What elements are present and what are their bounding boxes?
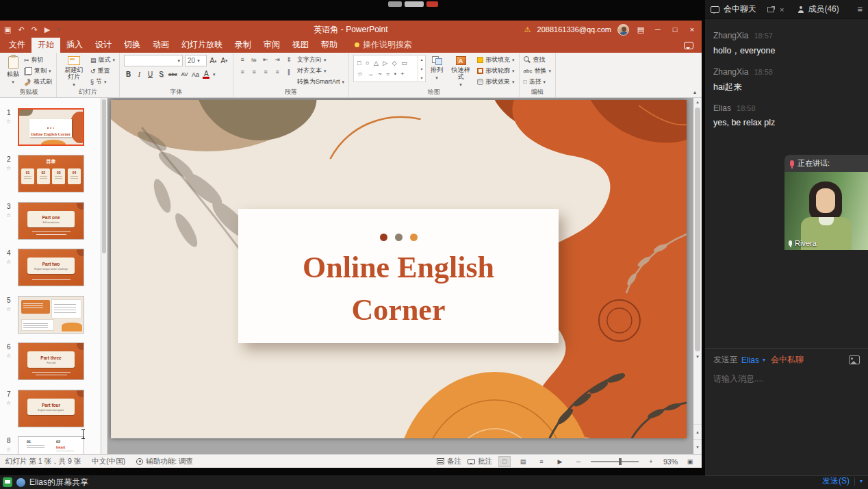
private-chat-label[interactable]: 会中私聊 xyxy=(771,354,804,366)
numbering-button[interactable]: № xyxy=(249,55,259,64)
undo-icon[interactable]: ↶ xyxy=(18,25,24,34)
strikethrough-button[interactable]: abc xyxy=(168,69,178,79)
convert-smartart-button[interactable]: 转换为SmartArt▾ xyxy=(297,77,344,87)
scroll-up-icon[interactable]: ▴ xyxy=(693,99,702,105)
recipient-caret-icon[interactable]: ▾ xyxy=(763,357,765,363)
speaker-video-tile[interactable]: Rivera xyxy=(784,172,868,250)
save-icon[interactable]: ▣ xyxy=(4,25,11,34)
columns-button[interactable]: ∥ xyxy=(284,67,294,77)
font-name-combo[interactable]: ▾ xyxy=(124,55,183,66)
slideshow-view-button[interactable]: ▶ xyxy=(554,456,566,467)
send-button[interactable]: 发送(S) xyxy=(822,475,850,487)
popout-icon[interactable] xyxy=(767,7,774,12)
bold-button[interactable]: B xyxy=(124,69,133,79)
slide-thumbnail-5[interactable]: 5 ☆ xyxy=(0,296,101,336)
scroll-down-icon[interactable]: ▾ xyxy=(693,354,702,360)
font-color-button[interactable]: A xyxy=(202,69,211,79)
slide-thumbnail-4[interactable]: 4 ☆ Part two English tongue twister chal… xyxy=(0,249,101,288)
underline-button[interactable]: U xyxy=(146,69,155,79)
slide-thumbnail-2[interactable]: 2 ☆ 目录 01 02 03 04 xyxy=(0,155,101,195)
account-email[interactable]: 2088161336@qq.com xyxy=(537,25,611,34)
slide-thumbnail-6[interactable]: 6 ☆ Part three Free talk xyxy=(0,342,101,382)
slide-thumbnail-7[interactable]: 7 ☆ Part four English word chain game xyxy=(0,390,101,429)
customize-qat-icon[interactable]: ▾ xyxy=(57,27,60,32)
justify-button[interactable]: ≡ xyxy=(272,67,282,77)
reading-view-button[interactable]: ≡ xyxy=(535,456,548,467)
grow-font-button[interactable]: A▴ xyxy=(209,55,218,66)
canvas-scrollbar[interactable]: ▴ ▾ ▲ ▼ xyxy=(693,98,702,454)
notes-button[interactable]: 备注 xyxy=(437,457,461,466)
select-button[interactable]: □选择▾ xyxy=(524,77,551,87)
ribbon-display-options-icon[interactable]: ▤ xyxy=(635,25,646,34)
font-color-caret[interactable]: ▾ xyxy=(213,72,216,77)
background-window-tab[interactable] xyxy=(388,1,402,7)
account-avatar[interactable] xyxy=(617,24,629,36)
slide-thumbnail-1[interactable]: 1 ☆ Online English Corner xyxy=(0,108,101,148)
align-center-button[interactable]: ≡ xyxy=(249,67,259,77)
tab-home[interactable]: 开始 xyxy=(31,38,60,53)
bullets-button[interactable]: ≡ xyxy=(238,55,247,64)
canvas-scrollbar-thumb[interactable] xyxy=(695,108,700,351)
copy-button[interactable]: 复制▾ xyxy=(24,66,52,76)
next-slide-button[interactable]: ▼ xyxy=(693,439,702,454)
comments-icon[interactable] xyxy=(684,42,693,49)
increase-indent-button[interactable]: ⇥ xyxy=(272,55,282,64)
screen-share-icon[interactable] xyxy=(3,477,12,487)
slide-sorter-view-button[interactable]: ▤ xyxy=(517,456,529,467)
tab-animations[interactable]: 动画 xyxy=(146,38,175,53)
font-size-combo[interactable]: 20▾ xyxy=(185,55,207,66)
tab-file[interactable]: 文件 xyxy=(3,38,31,53)
decrease-indent-button[interactable]: ⇤ xyxy=(261,55,270,64)
text-direction-button[interactable]: 文字方向▾ xyxy=(297,55,344,65)
background-window-tab[interactable] xyxy=(426,1,438,7)
tab-design[interactable]: 设计 xyxy=(89,38,118,53)
align-text-button[interactable]: 对齐文本▾ xyxy=(297,66,344,76)
collapse-ribbon-icon[interactable]: ▴ xyxy=(693,89,696,95)
tab-record[interactable]: 录制 xyxy=(229,38,257,53)
shapes-gallery-scroll[interactable]: ▴ ▾ ▾ xyxy=(418,55,425,82)
language-indicator[interactable]: 中文(中国) xyxy=(92,457,125,466)
quick-styles-button[interactable]: A 快速样式 ▾ xyxy=(448,55,474,90)
slide-thumbnail-8[interactable]: 8 ☆ 01 02 heart xyxy=(0,436,101,454)
layout-button[interactable]: ▤版式▾ xyxy=(90,55,115,65)
message-input[interactable]: 请输入消息.... xyxy=(713,373,860,385)
italic-button[interactable]: I xyxy=(135,69,144,79)
find-button[interactable]: 查找 xyxy=(524,55,551,65)
slide-title-card[interactable]: Online English Corner xyxy=(238,209,559,343)
redo-icon[interactable]: ↷ xyxy=(31,25,38,34)
replace-button[interactable]: abc替换▾ xyxy=(524,66,551,76)
zoom-slider-thumb[interactable] xyxy=(619,458,622,465)
tab-help[interactable]: 帮助 xyxy=(315,38,344,53)
paste-button[interactable]: 粘贴 ▾ xyxy=(5,55,21,87)
shape-outline-button[interactable]: 形状轮廓▾ xyxy=(477,66,515,76)
change-case-button[interactable]: Aa xyxy=(191,69,200,79)
comments-button[interactable]: 批注 xyxy=(468,457,492,466)
zoom-out-button[interactable]: ─ xyxy=(572,456,585,467)
zoom-level[interactable]: 93% xyxy=(663,457,678,466)
shape-effects-button[interactable]: 形状效果▾ xyxy=(477,77,515,87)
minimize-button[interactable]: ─ xyxy=(652,25,663,34)
arrange-button[interactable]: 排列 ▾ xyxy=(429,55,444,83)
zoom-slider[interactable] xyxy=(591,461,639,462)
tab-review[interactable]: 审阅 xyxy=(257,38,286,53)
send-image-button[interactable] xyxy=(849,355,860,364)
tab-slideshow[interactable]: 幻灯片放映 xyxy=(175,38,229,53)
zoom-in-button[interactable]: + xyxy=(645,456,657,467)
background-window-tab[interactable] xyxy=(405,1,424,7)
shapes-gallery[interactable]: □ ○ △ ▷ ◇ ▭ ☆ → ~ = • + ▴ ▾ ▾ xyxy=(353,55,426,82)
tell-me-search[interactable]: 操作说明搜索 xyxy=(355,39,412,53)
slide-thumbnail-3[interactable]: 3 ☆ Part one Self introduction xyxy=(0,202,101,242)
close-button[interactable]: × xyxy=(687,25,698,34)
members-button[interactable]: 成员(46) xyxy=(797,3,839,15)
accessibility-checker[interactable]: 辅助功能: 调查 xyxy=(136,457,193,466)
thumbnail-scrollbar[interactable] xyxy=(101,98,107,454)
previous-slide-button[interactable]: ▲ xyxy=(693,424,702,439)
close-chat-icon[interactable]: × xyxy=(780,5,784,14)
new-slide-button[interactable]: 新建幻灯片 ▾ xyxy=(61,55,87,90)
restore-button[interactable]: □ xyxy=(669,25,680,34)
fit-to-window-icon[interactable]: ▣ xyxy=(684,456,696,467)
thumbnail-scrollbar-thumb[interactable] xyxy=(102,99,106,253)
line-spacing-button[interactable]: ⇕ xyxy=(284,55,294,64)
slide-editor[interactable]: Online English Corner xyxy=(111,100,687,438)
character-spacing-button[interactable]: AV xyxy=(180,69,189,79)
